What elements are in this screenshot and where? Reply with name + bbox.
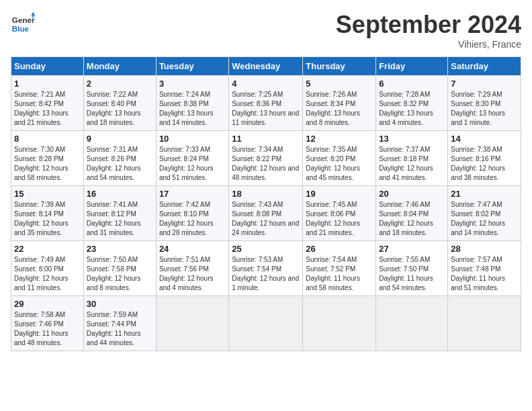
day-info: Sunrise: 7:37 AMSunset: 8:18 PMDaylight:… (379, 145, 445, 183)
day-number: 16 (87, 189, 153, 199)
calendar-cell: 12Sunrise: 7:35 AMSunset: 8:20 PMDayligh… (303, 131, 376, 186)
day-number: 30 (87, 299, 153, 309)
day-info: Sunrise: 7:42 AMSunset: 8:10 PMDaylight:… (159, 200, 226, 238)
col-saturday: Saturday (448, 57, 521, 76)
calendar-cell: 23Sunrise: 7:50 AMSunset: 7:58 PMDayligh… (83, 241, 156, 296)
calendar-week-row: 1Sunrise: 7:21 AMSunset: 8:42 PMDaylight… (11, 76, 521, 131)
calendar-cell: 20Sunrise: 7:46 AMSunset: 8:04 PMDayligh… (376, 186, 448, 241)
day-number: 27 (379, 244, 445, 254)
col-wednesday: Wednesday (229, 57, 303, 76)
day-number: 5 (306, 79, 373, 89)
calendar-week-row: 15Sunrise: 7:39 AMSunset: 8:14 PMDayligh… (11, 186, 521, 241)
day-number: 28 (451, 244, 518, 254)
day-info: Sunrise: 7:39 AMSunset: 8:14 PMDaylight:… (14, 200, 81, 238)
day-number: 22 (14, 244, 81, 254)
day-number: 23 (87, 244, 153, 254)
calendar-week-row: 22Sunrise: 7:49 AMSunset: 8:00 PMDayligh… (11, 241, 521, 296)
day-number: 2 (87, 79, 153, 89)
day-number: 18 (232, 189, 300, 199)
calendar-cell: 18Sunrise: 7:43 AMSunset: 8:08 PMDayligh… (229, 186, 303, 241)
day-info: Sunrise: 7:41 AMSunset: 8:12 PMDaylight:… (87, 200, 153, 238)
day-info: Sunrise: 7:34 AMSunset: 8:22 PMDaylight:… (232, 145, 300, 183)
day-info: Sunrise: 7:50 AMSunset: 7:58 PMDaylight:… (87, 255, 153, 293)
day-number: 20 (379, 189, 445, 199)
day-info: Sunrise: 7:53 AMSunset: 7:54 PMDaylight:… (232, 255, 300, 293)
col-tuesday: Tuesday (156, 57, 228, 76)
calendar-cell: 26Sunrise: 7:54 AMSunset: 7:52 PMDayligh… (303, 241, 376, 296)
calendar-cell: 9Sunrise: 7:31 AMSunset: 8:26 PMDaylight… (83, 131, 156, 186)
calendar-cell: 6Sunrise: 7:28 AMSunset: 8:32 PMDaylight… (376, 76, 448, 131)
title-block: September 2024 Vihiers, France (336, 11, 521, 50)
day-number: 13 (379, 134, 445, 144)
calendar-cell: 10Sunrise: 7:33 AMSunset: 8:24 PMDayligh… (156, 131, 228, 186)
day-info: Sunrise: 7:43 AMSunset: 8:08 PMDaylight:… (232, 200, 300, 238)
day-number: 11 (232, 134, 300, 144)
day-number: 26 (306, 244, 373, 254)
logo-icon: General Blue (11, 11, 35, 35)
day-number: 6 (379, 79, 445, 89)
day-info: Sunrise: 7:54 AMSunset: 7:52 PMDaylight:… (306, 255, 373, 293)
day-number: 10 (159, 134, 226, 144)
day-info: Sunrise: 7:28 AMSunset: 8:32 PMDaylight:… (379, 90, 445, 128)
day-info: Sunrise: 7:26 AMSunset: 8:34 PMDaylight:… (306, 90, 373, 128)
day-info: Sunrise: 7:31 AMSunset: 8:26 PMDaylight:… (87, 145, 153, 183)
day-info: Sunrise: 7:24 AMSunset: 8:38 PMDaylight:… (159, 90, 226, 128)
calendar-week-row: 8Sunrise: 7:30 AMSunset: 8:28 PMDaylight… (11, 131, 521, 186)
day-info: Sunrise: 7:59 AMSunset: 7:44 PMDaylight:… (87, 310, 153, 348)
calendar-cell: 19Sunrise: 7:45 AMSunset: 8:06 PMDayligh… (303, 186, 376, 241)
calendar-cell: 15Sunrise: 7:39 AMSunset: 8:14 PMDayligh… (11, 186, 84, 241)
calendar-cell: 21Sunrise: 7:47 AMSunset: 8:02 PMDayligh… (448, 186, 521, 241)
page-header: General Blue September 2024 Vihiers, Fra… (11, 11, 521, 50)
calendar-header-row: Sunday Monday Tuesday Wednesday Thursday… (11, 57, 521, 76)
day-number: 8 (14, 134, 81, 144)
day-number: 25 (232, 244, 300, 254)
day-info: Sunrise: 7:49 AMSunset: 8:00 PMDaylight:… (14, 255, 81, 293)
calendar-cell: 22Sunrise: 7:49 AMSunset: 8:00 PMDayligh… (11, 241, 84, 296)
calendar-cell (376, 296, 448, 351)
calendar-cell: 1Sunrise: 7:21 AMSunset: 8:42 PMDaylight… (11, 76, 84, 131)
calendar-cell (448, 296, 521, 351)
calendar-cell: 11Sunrise: 7:34 AMSunset: 8:22 PMDayligh… (229, 131, 303, 186)
calendar-cell (156, 296, 228, 351)
location: Vihiers, France (336, 39, 521, 50)
day-info: Sunrise: 7:47 AMSunset: 8:02 PMDaylight:… (451, 200, 518, 238)
calendar-cell: 24Sunrise: 7:51 AMSunset: 7:56 PMDayligh… (156, 241, 228, 296)
col-sunday: Sunday (11, 57, 84, 76)
col-thursday: Thursday (303, 57, 376, 76)
day-info: Sunrise: 7:33 AMSunset: 8:24 PMDaylight:… (159, 145, 226, 183)
calendar-cell: 29Sunrise: 7:58 AMSunset: 7:46 PMDayligh… (11, 296, 84, 351)
day-info: Sunrise: 7:21 AMSunset: 8:42 PMDaylight:… (14, 90, 81, 128)
calendar-cell: 28Sunrise: 7:57 AMSunset: 7:48 PMDayligh… (448, 241, 521, 296)
day-number: 4 (232, 79, 300, 89)
day-info: Sunrise: 7:51 AMSunset: 7:56 PMDaylight:… (159, 255, 226, 293)
calendar-cell: 3Sunrise: 7:24 AMSunset: 8:38 PMDaylight… (156, 76, 228, 131)
calendar-cell: 14Sunrise: 7:38 AMSunset: 8:16 PMDayligh… (448, 131, 521, 186)
calendar-cell: 5Sunrise: 7:26 AMSunset: 8:34 PMDaylight… (303, 76, 376, 131)
calendar-week-row: 29Sunrise: 7:58 AMSunset: 7:46 PMDayligh… (11, 296, 521, 351)
day-number: 14 (451, 134, 518, 144)
day-number: 9 (87, 134, 153, 144)
calendar-table: Sunday Monday Tuesday Wednesday Thursday… (11, 56, 521, 351)
day-info: Sunrise: 7:30 AMSunset: 8:28 PMDaylight:… (14, 145, 81, 183)
day-number: 24 (159, 244, 226, 254)
calendar-cell (229, 296, 303, 351)
day-info: Sunrise: 7:55 AMSunset: 7:50 PMDaylight:… (379, 255, 445, 293)
day-number: 21 (451, 189, 518, 199)
day-info: Sunrise: 7:57 AMSunset: 7:48 PMDaylight:… (451, 255, 518, 293)
day-number: 15 (14, 189, 81, 199)
day-number: 1 (14, 79, 81, 89)
col-monday: Monday (83, 57, 156, 76)
month-title: September 2024 (336, 11, 521, 39)
col-friday: Friday (376, 57, 448, 76)
calendar-cell: 7Sunrise: 7:29 AMSunset: 8:30 PMDaylight… (448, 76, 521, 131)
day-info: Sunrise: 7:38 AMSunset: 8:16 PMDaylight:… (451, 145, 518, 183)
day-number: 7 (451, 79, 518, 89)
day-info: Sunrise: 7:25 AMSunset: 8:36 PMDaylight:… (232, 90, 300, 128)
calendar-cell: 25Sunrise: 7:53 AMSunset: 7:54 PMDayligh… (229, 241, 303, 296)
svg-text:Blue: Blue (12, 24, 30, 33)
logo: General Blue (11, 11, 35, 35)
day-info: Sunrise: 7:46 AMSunset: 8:04 PMDaylight:… (379, 200, 445, 238)
day-number: 3 (159, 79, 226, 89)
calendar-cell: 16Sunrise: 7:41 AMSunset: 8:12 PMDayligh… (83, 186, 156, 241)
day-number: 12 (306, 134, 373, 144)
